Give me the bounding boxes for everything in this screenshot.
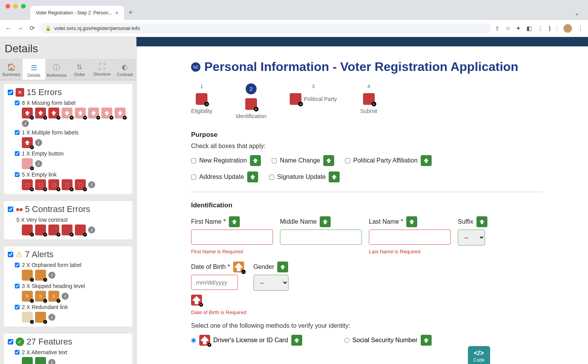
h2-badge-icon: h2 — [191, 62, 200, 72]
error-marker-icon[interactable]: ✕ — [22, 108, 33, 118]
menu-icon[interactable]: ⋮ — [537, 25, 543, 32]
checkbox-name-change[interactable]: Name Change — [272, 155, 334, 166]
top-banner — [136, 37, 588, 46]
last-name-input[interactable] — [369, 230, 451, 245]
info-icon[interactable]: i — [48, 359, 55, 364]
suffix-select[interactable]: -- — [458, 230, 485, 246]
alert-marker-icon[interactable]: ⚠ — [35, 312, 46, 323]
info-icon[interactable]: i — [35, 160, 42, 167]
info-icon[interactable]: i — [48, 314, 55, 321]
error-marker-icon[interactable]: ⬚✕ — [22, 179, 33, 190]
reload-button[interactable]: ⟳ — [28, 25, 36, 32]
error-marker-icon[interactable]: ✕ — [75, 108, 86, 118]
alerts-title: 7 Alerts — [25, 249, 53, 260]
browser-tab[interactable]: Voter Registration - Step 2: Person... × — [30, 6, 124, 20]
contrast-marker-icon[interactable]: ✕ — [48, 224, 59, 235]
info-icon[interactable]: i — [35, 139, 42, 146]
sub-toggle[interactable] — [15, 151, 19, 156]
step-eligibility[interactable]: 1 Eligibility — [191, 83, 212, 114]
info-icon[interactable]: i — [62, 293, 69, 300]
maximize-window-icon[interactable] — [21, 4, 26, 9]
alert-marker-icon[interactable]: h⚠ — [22, 291, 33, 302]
first-name-input[interactable] — [191, 230, 273, 245]
share-icon[interactable]: ⇧ — [495, 25, 500, 32]
tab-summary[interactable]: 🏠Summary — [0, 59, 23, 80]
tab-contrast[interactable]: ◐Contrast — [113, 59, 136, 80]
error-marker-icon[interactable]: ✕ — [22, 137, 33, 148]
alert-marker-icon[interactable]: ⚠ — [22, 270, 33, 281]
error-marker-icon[interactable]: ✕ — [115, 108, 126, 118]
more-icon[interactable]: ⋮ — [577, 25, 583, 32]
checkbox-signature-update[interactable]: Signature Update — [269, 171, 340, 182]
checkbox-address-update[interactable]: Address Update — [191, 171, 258, 182]
feature-marker-icon[interactable] — [35, 357, 46, 364]
info-icon[interactable]: i — [22, 120, 29, 127]
info-icon[interactable]: i — [48, 272, 55, 279]
address-bar[interactable]: 🔒 voter.svrs.nj.gov/register/personal-in… — [40, 23, 491, 34]
error-marker-icon[interactable]: ⬚✕ — [35, 179, 46, 190]
tab-details[interactable]: ☰Details — [23, 59, 45, 80]
step-error-icon — [363, 93, 375, 105]
sub-toggle[interactable] — [15, 350, 19, 355]
sub-toggle[interactable] — [15, 130, 19, 135]
errors-toggle[interactable] — [8, 90, 13, 95]
alert-marker-icon[interactable]: h⚠ — [48, 291, 59, 302]
back-button[interactable]: ← — [5, 25, 12, 32]
bracket-icon[interactable]: ⟩ — [549, 25, 551, 32]
tab-dropdown-icon[interactable]: ⌄ — [569, 6, 585, 20]
error-marker-icon[interactable]: ⬚✕ — [75, 179, 86, 190]
radio-ssn[interactable]: Social Security Number — [344, 335, 432, 346]
extensions-icon[interactable]: ✦ — [516, 25, 521, 32]
feature-marker-icon[interactable] — [22, 357, 33, 364]
checkbox-party-affiliation[interactable]: Political Party Affiliation — [345, 155, 432, 166]
sub-toggle[interactable] — [15, 101, 19, 105]
step-identification[interactable]: 2 Identification — [236, 83, 266, 119]
alerts-toggle[interactable] — [8, 252, 13, 257]
minimize-window-icon[interactable] — [13, 4, 18, 9]
error-marker-icon[interactable]: ⬚✕ — [48, 179, 59, 190]
alert-marker-icon[interactable]: h⚠ — [35, 291, 46, 302]
dob-input[interactable] — [191, 275, 238, 290]
error-marker-icon[interactable]: ✕ — [88, 108, 99, 118]
tab-reference[interactable]: ⓘReference — [45, 59, 68, 80]
label-tag-icon — [421, 155, 432, 166]
new-tab-button[interactable]: + — [124, 5, 138, 20]
radio-drivers-license[interactable]: Driver's License or ID Card — [191, 335, 302, 346]
sub-toggle[interactable] — [15, 305, 19, 309]
step-political-party[interactable]: 3 Political Party Party — [290, 83, 337, 114]
error-icon: ✕ — [16, 88, 24, 97]
contrast-marker-icon[interactable]: ✕ — [35, 224, 46, 235]
contrast-marker-icon[interactable]: ✕ — [62, 224, 73, 235]
alert-marker-icon[interactable]: ⚠ — [35, 270, 46, 281]
checkbox-new-registration[interactable]: New Registration — [191, 155, 261, 166]
error-marker-icon[interactable]: ✕ — [101, 108, 112, 118]
error-marker-icon[interactable]: ⬚✕ — [62, 179, 73, 190]
error-marker-icon[interactable]: ✕ — [35, 108, 46, 118]
info-icon[interactable]: i — [88, 226, 95, 233]
gender-select[interactable]: -- — [253, 275, 289, 291]
contrast-toggle[interactable] — [8, 207, 13, 212]
tab-order[interactable]: ⇅Order — [68, 59, 91, 80]
panel-icon[interactable]: ◧ — [526, 25, 532, 32]
contrast-marker-icon[interactable]: ✕ — [22, 224, 33, 235]
error-marker-icon[interactable]: ✕ — [48, 108, 59, 118]
error-marker-icon[interactable]: ✕ — [62, 108, 73, 118]
step-submit[interactable]: 4 Submit — [360, 83, 377, 114]
forward-button[interactable]: → — [16, 25, 24, 32]
bookmark-icon[interactable]: ☆ — [505, 25, 510, 32]
code-fab[interactable]: </> Code — [468, 346, 490, 364]
middle-name-input[interactable] — [280, 230, 362, 245]
sub-toggle[interactable] — [15, 172, 19, 177]
alert-marker-icon[interactable]: ⚠ — [22, 312, 33, 323]
tab-structure[interactable]: ⛶Structure — [91, 59, 113, 80]
check-icon: ✓ — [16, 337, 24, 346]
contrast-marker-icon[interactable]: ✕ — [75, 224, 86, 235]
error-marker-icon[interactable]: ✕ — [22, 158, 33, 169]
features-toggle[interactable] — [8, 339, 13, 345]
profile-avatar[interactable] — [563, 24, 572, 33]
sub-toggle[interactable] — [15, 263, 19, 267]
close-tab-icon[interactable]: × — [115, 10, 118, 16]
info-icon[interactable]: i — [88, 181, 95, 188]
sub-toggle[interactable] — [15, 284, 19, 288]
close-window-icon[interactable] — [5, 4, 10, 9]
